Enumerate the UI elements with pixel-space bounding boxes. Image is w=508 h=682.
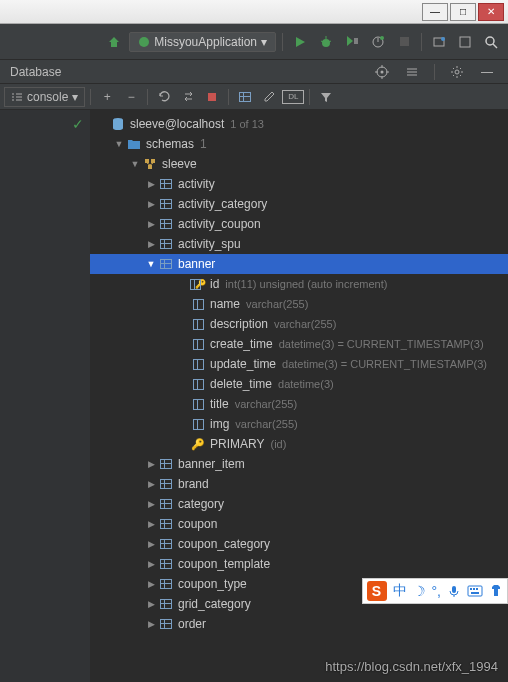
table-category[interactable]: ▶category: [90, 494, 508, 514]
filter-button[interactable]: [315, 86, 337, 108]
ime-toolbar: S 中 ☽ °,: [362, 578, 509, 604]
arrow-icon: ▶: [144, 539, 158, 549]
ime-keyboard-icon[interactable]: [467, 585, 483, 597]
scroll-icon[interactable]: [401, 61, 423, 83]
svg-line-35: [150, 163, 153, 165]
build-icon[interactable]: [103, 31, 125, 53]
column-name[interactable]: namevarchar(255): [90, 294, 508, 314]
console-tab[interactable]: console ▾: [4, 87, 85, 107]
svg-rect-32: [151, 159, 155, 163]
column-description[interactable]: descriptionvarchar(255): [90, 314, 508, 334]
stop-query-button[interactable]: [201, 86, 223, 108]
table-activity[interactable]: ▶activity: [90, 174, 508, 194]
remove-button[interactable]: −: [120, 86, 142, 108]
chevron-down-icon: ▾: [261, 35, 267, 49]
table-icon: [160, 259, 172, 269]
profile-button[interactable]: [367, 31, 389, 53]
table-icon: [160, 179, 172, 189]
table-coupon_template[interactable]: ▶coupon_template: [90, 554, 508, 574]
table-icon: [160, 579, 172, 589]
panel-title-label: Database: [10, 65, 61, 79]
column-icon: [193, 299, 204, 310]
gear-icon[interactable]: [446, 61, 468, 83]
arrow-icon: ▶: [144, 179, 158, 189]
table-icon: [160, 539, 172, 549]
table-activity_category[interactable]: ▶activity_category: [90, 194, 508, 214]
ddl-button[interactable]: DL: [282, 90, 304, 104]
arrow-icon: ▶: [144, 479, 158, 489]
table-banner[interactable]: ▼banner: [90, 254, 508, 274]
sogou-icon[interactable]: S: [367, 581, 387, 601]
table-banner_item[interactable]: ▶banner_item: [90, 454, 508, 474]
table-icon: [160, 459, 172, 469]
main-toolbar: MissyouApplication ▾: [0, 24, 508, 60]
table-brand[interactable]: ▶brand: [90, 474, 508, 494]
connection-node[interactable]: sleeve@localhost1 of 13: [90, 114, 508, 134]
column-create_time[interactable]: create_timedatetime(3) = CURRENT_TIMESTA…: [90, 334, 508, 354]
svg-rect-7: [400, 37, 409, 46]
gutter: ✓: [0, 110, 90, 682]
maximize-button[interactable]: □: [450, 3, 476, 21]
svg-point-6: [380, 36, 384, 40]
table-coupon_category[interactable]: ▶coupon_category: [90, 534, 508, 554]
target-icon[interactable]: [371, 61, 393, 83]
minimize-button[interactable]: —: [422, 3, 448, 21]
close-button[interactable]: ✕: [478, 3, 504, 21]
schema-sleeve[interactable]: ▼sleeve: [90, 154, 508, 174]
svg-rect-31: [145, 159, 149, 163]
column-id[interactable]: 🔑idint(11) unsigned (auto increment): [90, 274, 508, 294]
table-icon: [160, 239, 172, 249]
ime-punct-icon[interactable]: °,: [432, 583, 442, 599]
column-icon: [193, 379, 204, 390]
table-icon: [160, 619, 172, 629]
ime-skin-icon[interactable]: [489, 584, 503, 598]
table-activity_coupon[interactable]: ▶activity_coupon: [90, 214, 508, 234]
table-icon: [160, 199, 172, 209]
console-tab-label: console: [27, 90, 68, 104]
svg-rect-38: [468, 586, 482, 596]
column-img[interactable]: imgvarchar(255): [90, 414, 508, 434]
index-primary[interactable]: 🔑PRIMARY(id): [90, 434, 508, 454]
column-delete_time[interactable]: delete_timedatetime(3): [90, 374, 508, 394]
run-button[interactable]: [289, 31, 311, 53]
arrow-icon: ▶: [144, 459, 158, 469]
arrow-icon: ▼: [144, 259, 158, 269]
refresh-button[interactable]: [153, 86, 175, 108]
table-icon: [160, 519, 172, 529]
debug-button[interactable]: [315, 31, 337, 53]
folder-icon: [127, 138, 141, 150]
search-icon[interactable]: [480, 31, 502, 53]
table-activity_spu[interactable]: ▶activity_spu: [90, 234, 508, 254]
column-update_time[interactable]: update_timedatetime(3) = CURRENT_TIMESTA…: [90, 354, 508, 374]
toolbox-icon[interactable]: [454, 31, 476, 53]
column-icon: [193, 319, 204, 330]
arrow-icon: ▶: [144, 559, 158, 569]
schemas-node[interactable]: ▼schemas1: [90, 134, 508, 154]
coverage-button[interactable]: [341, 31, 363, 53]
svg-line-12: [493, 44, 497, 48]
run-configuration-dropdown[interactable]: MissyouApplication ▾: [129, 32, 276, 52]
sync-button[interactable]: [177, 86, 199, 108]
table-order[interactable]: ▶order: [90, 614, 508, 634]
stop-button[interactable]: [393, 31, 415, 53]
svg-rect-40: [473, 588, 475, 590]
edit-button[interactable]: [258, 86, 280, 108]
svg-point-14: [381, 70, 384, 73]
ime-moon-icon[interactable]: ☽: [413, 583, 426, 599]
arrow-icon: ▶: [144, 579, 158, 589]
column-title[interactable]: titlevarchar(255): [90, 394, 508, 414]
vcs-icon[interactable]: [428, 31, 450, 53]
column-icon: [193, 359, 204, 370]
add-button[interactable]: +: [96, 86, 118, 108]
table-icon: [160, 479, 172, 489]
ime-mic-icon[interactable]: [447, 584, 461, 598]
svg-point-22: [455, 70, 459, 74]
column-icon: [193, 419, 204, 430]
arrow-icon: ▶: [144, 199, 158, 209]
hide-icon[interactable]: —: [476, 61, 498, 83]
table-view-button[interactable]: [234, 86, 256, 108]
svg-rect-41: [476, 588, 478, 590]
arrow-icon: ▶: [144, 599, 158, 609]
table-coupon[interactable]: ▶coupon: [90, 514, 508, 534]
ime-lang-icon[interactable]: 中: [393, 582, 407, 600]
